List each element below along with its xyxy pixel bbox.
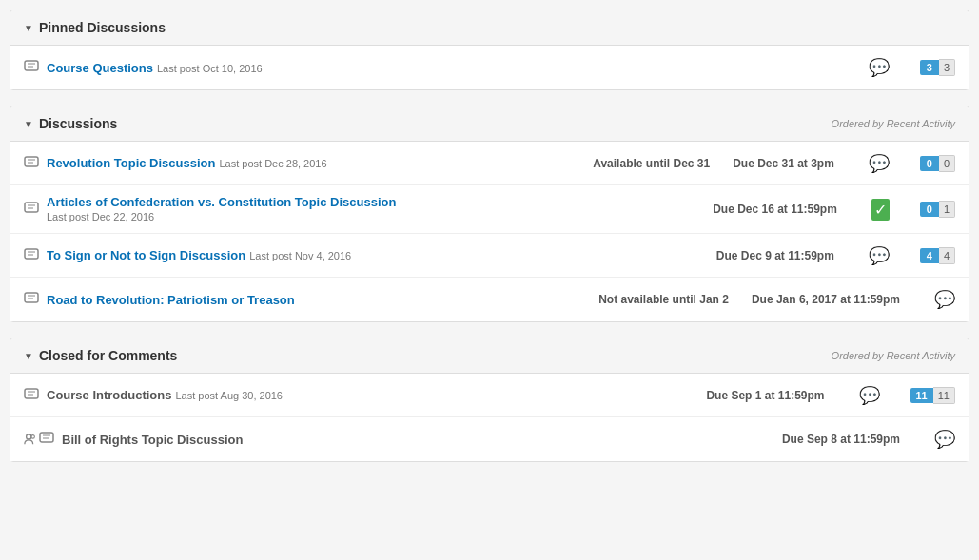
table-row: Articles of Confederation vs. Constituti… (10, 185, 969, 234)
bubble-icon: 💬 (869, 245, 890, 266)
bubble-icon: 💬 (934, 289, 955, 310)
row-title-area: Course Questions Last post Oct 10, 2016 (47, 61, 842, 75)
table-row: Revolution Topic Discussion Last post De… (10, 142, 969, 185)
discussion-icon (24, 388, 39, 403)
discussion-title-closed: Course Introductions (47, 388, 171, 402)
row-title-area: Road to Revolution: Patriotism or Treaso… (47, 293, 583, 307)
discussions-header: ▼ Discussions Ordered by Recent Activity (10, 106, 969, 142)
due-label: Due Dec 16 at 11:59pm (713, 203, 837, 216)
last-post-label: Last post Nov 4, 2016 (249, 250, 351, 261)
table-row: Course Questions Last post Oct 10, 2016 … (10, 46, 969, 89)
discussion-link[interactable]: Revolution Topic Discussion (47, 156, 215, 170)
due-label: Due Dec 9 at 11:59pm (716, 249, 834, 262)
table-row: Bill of Rights Topic Discussion Due Sep … (10, 417, 969, 461)
closed-comments-title-area: ▼ Closed for Comments (24, 348, 177, 363)
bubble-icon: 💬 (869, 57, 890, 78)
bubble-icon: 💬 (859, 385, 880, 406)
svg-rect-12 (25, 293, 38, 302)
discussion-icon (24, 292, 39, 307)
due-label: Due Sep 1 at 11:59pm (706, 389, 824, 402)
svg-rect-0 (25, 61, 38, 70)
pinned-discussions-section: ▼ Pinned Discussions Course Questions La… (10, 10, 969, 90)
badge-box: 3 (920, 60, 939, 75)
badge-count: 3 (939, 59, 955, 76)
badge-box: 11 (910, 388, 933, 403)
badge-box: 0 (920, 156, 939, 171)
count-badge: 11 11 (910, 387, 956, 404)
table-row: Course Introductions Last post Aug 30, 2… (10, 374, 969, 417)
row-title-area: Revolution Topic Discussion Last post De… (47, 156, 578, 170)
discussions-title: Discussions (39, 116, 117, 131)
svg-point-18 (27, 434, 31, 439)
pinned-discussions-header: ▼ Pinned Discussions (10, 10, 969, 46)
discussion-icon (24, 60, 39, 75)
discussions-title-area: ▼ Discussions (24, 116, 117, 131)
count-badge: 3 3 (920, 59, 955, 76)
discussion-icon (24, 156, 39, 171)
pinned-discussions-title-area: ▼ Pinned Discussions (24, 20, 166, 35)
discussion-icon (24, 202, 39, 217)
bubble-icon: 💬 (869, 153, 890, 174)
badge-count: 0 (939, 155, 955, 172)
row-title-area: Course Introductions Last post Aug 30, 2… (47, 388, 691, 402)
svg-rect-20 (40, 433, 53, 442)
available-label: Available until Dec 31 (593, 157, 710, 170)
due-label: Due Sep 8 at 11:59pm (782, 433, 900, 446)
discussion-icon (24, 248, 39, 263)
discussion-link[interactable]: Course Questions (47, 61, 153, 75)
count-badge: 4 4 (920, 247, 955, 264)
due-label: Due Dec 31 at 3pm (733, 157, 834, 170)
row-meta: Due Dec 9 at 11:59pm 💬 4 4 (716, 245, 955, 266)
discussion-link[interactable]: To Sign or Not to Sign Discussion (47, 248, 245, 262)
pinned-discussions-title: Pinned Discussions (39, 20, 166, 35)
table-row: To Sign or Not to Sign Discussion Last p… (10, 234, 969, 278)
badge-count: 11 (933, 387, 955, 404)
svg-rect-15 (25, 389, 38, 398)
row-title-area: Articles of Confederation vs. Constituti… (47, 195, 697, 223)
row-meta: Due Sep 8 at 11:59pm 💬 (782, 429, 955, 450)
check-icon: ✓ (871, 199, 890, 221)
not-available-label: Not available until Jan 2 (598, 293, 729, 306)
row-meta: Due Dec 16 at 11:59pm ✓ 0 1 (713, 199, 955, 221)
last-post-label: Last post Dec 22, 2016 (47, 211, 154, 222)
count-badge: 0 1 (920, 201, 955, 218)
pinned-chevron-icon[interactable]: ▼ (24, 23, 33, 33)
discussions-section: ▼ Discussions Ordered by Recent Activity… (10, 106, 969, 322)
count-badge: 0 0 (920, 155, 955, 172)
svg-rect-6 (25, 203, 38, 212)
discussion-title-closed: Bill of Rights Topic Discussion (62, 433, 243, 447)
row-meta: Due Sep 1 at 11:59pm 💬 11 11 (706, 385, 955, 406)
last-post-label: Last post Dec 28, 2016 (219, 158, 326, 169)
last-post-label: Last post Aug 30, 2016 (175, 390, 283, 401)
table-row: Road to Revolution: Patriotism or Treaso… (10, 278, 969, 321)
svg-rect-9 (25, 249, 38, 259)
last-post-label: Last post Oct 10, 2016 (157, 63, 263, 74)
row-meta: Available until Dec 31 Due Dec 31 at 3pm… (593, 153, 955, 174)
group-discussion-icon (24, 432, 54, 447)
discussion-link[interactable]: Articles of Confederation vs. Constituti… (47, 195, 396, 209)
row-title-area: To Sign or Not to Sign Discussion Last p… (47, 248, 701, 262)
discussions-chevron-icon[interactable]: ▼ (24, 119, 33, 129)
badge-box: 0 (920, 202, 939, 217)
badge-count: 1 (939, 201, 955, 218)
closed-ordered-by: Ordered by Recent Activity (832, 350, 955, 361)
discussion-link[interactable]: Road to Revolution: Patriotism or Treaso… (47, 293, 295, 307)
closed-comments-section: ▼ Closed for Comments Ordered by Recent … (10, 338, 969, 462)
row-meta: 💬 3 3 (857, 57, 955, 78)
closed-comments-title: Closed for Comments (39, 348, 177, 363)
closed-comments-header: ▼ Closed for Comments Ordered by Recent … (10, 338, 969, 374)
discussions-ordered-by: Ordered by Recent Activity (832, 118, 955, 129)
closed-chevron-icon[interactable]: ▼ (24, 351, 33, 361)
row-meta: Not available until Jan 2 Due Jan 6, 201… (598, 289, 955, 310)
bubble-icon: 💬 (934, 429, 955, 450)
badge-count: 4 (939, 247, 955, 264)
row-title-area: Bill of Rights Topic Discussion (62, 433, 767, 447)
due-label: Due Jan 6, 2017 at 11:59pm (752, 293, 900, 306)
badge-box: 4 (920, 248, 939, 263)
svg-rect-3 (25, 157, 38, 166)
